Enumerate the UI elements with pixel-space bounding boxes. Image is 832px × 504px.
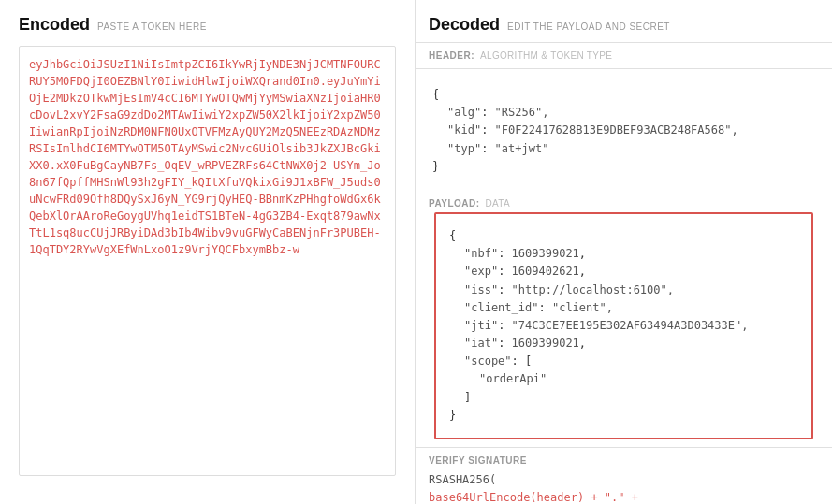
header-sublabel: ALGORITHM & TOKEN TYPE — [480, 50, 612, 61]
json-alg-key: "alg" — [447, 106, 481, 119]
payload-label: PAYLOAD: — [429, 198, 480, 209]
json-scope-value: "orderApi" — [449, 370, 798, 388]
header-content: { "alg": "RS256", "kid": "F0F22417628B13… — [416, 69, 832, 193]
decoded-subtitle: EDIT THE PAYLOAD AND SECRET — [507, 22, 670, 32]
verify-section: VERIFY SIGNATURE RSASHA256( base64UrlEnc… — [416, 447, 832, 504]
json-exp-line: "exp": 1609402621, — [449, 263, 798, 281]
json-alg-line: "alg": "RS256", — [432, 104, 815, 122]
payload-section-bar: PAYLOAD: DATA — [416, 193, 832, 212]
verify-box: RSASHA256( base64UrlEncode(header) + "."… — [429, 471, 819, 504]
json-kid-key: "kid" — [447, 123, 481, 137]
encoded-panel-header: Encoded PASTE A TOKEN HERE — [19, 15, 396, 35]
header-json: { "alg": "RS256", "kid": "F0F22417628B13… — [429, 79, 819, 183]
payload-close-brace: } — [449, 407, 798, 425]
json-clientid-line: "client_id": "client", — [449, 299, 798, 317]
json-kid-line: "kid": "F0F22417628B13E9DBEF93ACB248FA56… — [432, 122, 815, 139]
decoded-title: Decoded — [429, 15, 500, 35]
json-iat-line: "iat": 1609399021, — [449, 335, 798, 353]
json-nbf-line: "nbf": 1609399021, — [449, 245, 798, 263]
json-kid-value: "F0F22417628B13E9DBEF93ACB248FA568", — [495, 123, 738, 137]
payload-json-box[interactable]: { "nbf": 1609399021, "exp": 1609402621, … — [434, 212, 813, 439]
decoded-panel: Decoded EDIT THE PAYLOAD AND SECRET HEAD… — [416, 0, 832, 504]
json-typ-key: "typ" — [447, 142, 481, 155]
payload-content: { "nbf": 1609399021, "exp": 1609402621, … — [425, 212, 823, 439]
verify-line2: base64UrlEncode(header) + "." + — [429, 489, 819, 504]
encoded-panel: Encoded PASTE A TOKEN HERE — [0, 0, 416, 504]
encoded-input[interactable] — [19, 46, 396, 476]
json-scope-line: "scope": [ — [449, 353, 798, 370]
header-label: HEADER: — [429, 50, 474, 61]
header-section-bar: HEADER: ALGORITHM & TOKEN TYPE — [416, 43, 832, 69]
payload-json: { "nbf": 1609399021, "exp": 1609402621, … — [445, 220, 802, 432]
payload-sublabel: DATA — [486, 198, 510, 209]
json-close-brace: } — [432, 158, 815, 176]
encoded-title: Encoded — [19, 15, 90, 35]
payload-open-brace: { — [449, 227, 798, 245]
json-open-brace: { — [432, 86, 815, 104]
json-typ-line: "typ": "at+jwt" — [432, 140, 815, 158]
verify-line1: RSASHA256( — [429, 471, 819, 489]
json-jti-line: "jti": "74C3CE7EE195E302AF63494A3D03433E… — [449, 317, 798, 335]
json-typ-value: "at+jwt" — [495, 142, 549, 155]
verify-label: VERIFY SIGNATURE — [429, 455, 819, 466]
json-alg-value: "RS256", — [495, 106, 549, 119]
json-scope-close: ] — [449, 389, 798, 407]
encoded-subtitle: PASTE A TOKEN HERE — [97, 22, 207, 32]
json-iss-line: "iss": "http://localhost:6100", — [449, 281, 798, 299]
